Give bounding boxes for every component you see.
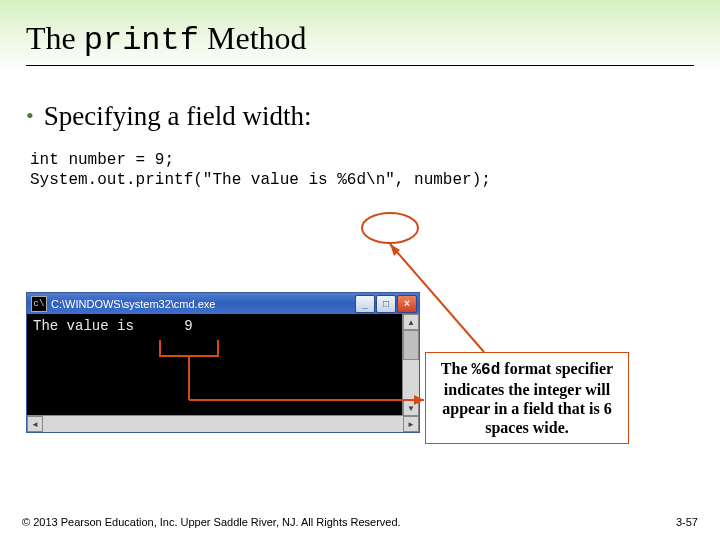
scroll-down-icon[interactable]: ▼ [403,400,419,416]
arrowhead-1 [390,244,400,256]
format-specifier-circle [362,213,418,243]
scrollbar-vertical[interactable]: ▲ ▼ [402,314,419,416]
cmd-prompt-icon: c\ [31,296,47,312]
bullet-dot-icon: • [26,100,34,132]
page-number: 3-57 [676,516,698,528]
cmd-window: c\ C:\WINDOWS\system32\cmd.exe _ □ × The… [26,292,420,433]
bullet-item: • Specifying a field width: [26,100,694,132]
maximize-button[interactable]: □ [376,295,396,313]
copyright-text: © 2013 Pearson Education, Inc. Upper Sad… [22,516,401,528]
scroll-up-icon[interactable]: ▲ [403,314,419,330]
cmd-titlebar: c\ C:\WINDOWS\system32\cmd.exe _ □ × [27,293,419,314]
scroll-right-icon[interactable]: ► [403,416,419,432]
code-example: int number = 9; System.out.printf("The v… [30,150,694,190]
scroll-thumb[interactable] [403,330,419,360]
callout-code: %6d [472,361,501,379]
code-line-2: System.out.printf("The value is %6d\n", … [30,171,491,189]
slide-content: The printf Method • Specifying a field w… [0,0,720,190]
scrollbar-horizontal[interactable]: ◄ ► [27,415,419,432]
title-rule [26,65,694,66]
minimize-button[interactable]: _ [355,295,375,313]
cmd-output-label: The value is [33,318,134,334]
bullet-text: Specifying a field width: [44,100,312,132]
title-code: printf [84,22,199,59]
title-post: Method [199,20,307,56]
cmd-title: C:\WINDOWS\system32\cmd.exe [51,298,355,310]
slide-footer: © 2013 Pearson Education, Inc. Upper Sad… [22,516,698,528]
title-pre: The [26,20,84,56]
code-line-1: int number = 9; [30,151,174,169]
scroll-left-icon[interactable]: ◄ [27,416,43,432]
cmd-output-value: 9 [184,318,192,334]
callout-box: The %6d format specifier indicates the i… [425,352,629,444]
slide-title: The printf Method [26,20,694,59]
close-button[interactable]: × [397,295,417,313]
callout-text-1: The [441,360,472,377]
